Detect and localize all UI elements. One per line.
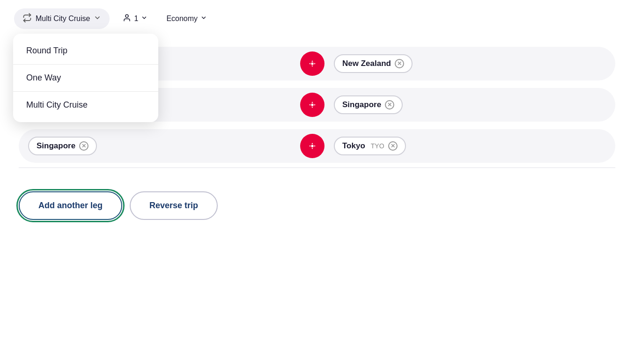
leg-2-swap-button[interactable] [300,93,324,117]
trip-type-dropdown: Round Trip One Way Multi City Cruise [13,34,158,122]
dropdown-item-round-trip[interactable]: Round Trip [13,37,158,65]
leg-1-destination-name: New Zealand [342,59,391,68]
leg-2-to: Singapore ✕ [324,95,606,114]
passengers-button[interactable]: 1 [117,9,153,29]
passengers-count: 1 [134,15,138,23]
svg-point-3 [311,145,313,147]
cabin-chevron-icon [200,15,207,23]
bottom-buttons: Add another leg Reverse trip [0,177,634,234]
leg-3-destination-chip[interactable]: Tokyo TYO ✕ [334,137,406,155]
cabin-class-button[interactable]: Economy [161,10,213,28]
add-another-leg-button[interactable]: Add another leg [19,191,122,220]
leg-2-destination-chip[interactable]: Singapore ✕ [334,95,403,114]
leg-2-destination-name: Singapore [342,100,381,109]
leg-3-to: Tokyo TYO ✕ [324,137,606,155]
person-icon [123,14,131,24]
svg-point-1 [311,62,313,65]
passengers-chevron-icon [141,15,147,23]
leg-1-swap-button[interactable] [300,51,324,76]
leg-1-destination-clear[interactable]: ✕ [395,59,404,68]
leg-3-origin-name: Singapore [37,141,75,151]
dropdown-item-multi-city[interactable]: Multi City Cruise [13,92,158,118]
leg-row-3: Singapore ✕ Tokyo TYO ✕ [19,129,615,163]
svg-point-2 [311,103,313,106]
top-bar: Multi City Cruise 1 Economy [0,0,634,37]
route-icon [22,13,32,24]
svg-point-0 [125,15,128,17]
leg-3-destination-clear[interactable]: ✕ [388,141,398,151]
leg-3-origin-clear[interactable]: ✕ [79,141,88,151]
trip-type-button[interactable]: Multi City Cruise [14,8,110,29]
divider [19,167,615,168]
leg-3-swap-button[interactable] [300,134,324,158]
dropdown-item-one-way[interactable]: One Way [13,65,158,92]
cabin-class-label: Economy [166,15,198,23]
reverse-trip-button[interactable]: Reverse trip [130,191,218,220]
leg-3-destination-code: TYO [371,142,384,150]
leg-3-destination-name: Tokyo [342,141,365,151]
chevron-down-icon [94,14,101,23]
leg-3-origin-chip[interactable]: Singapore ✕ [28,137,97,155]
leg-2-destination-clear[interactable]: ✕ [385,100,394,109]
trip-type-label: Multi City Cruise [36,15,90,23]
leg-1-destination-chip[interactable]: New Zealand ✕ [334,54,413,73]
leg-1-to: New Zealand ✕ [324,54,606,73]
leg-3-from: Singapore ✕ [19,137,300,155]
